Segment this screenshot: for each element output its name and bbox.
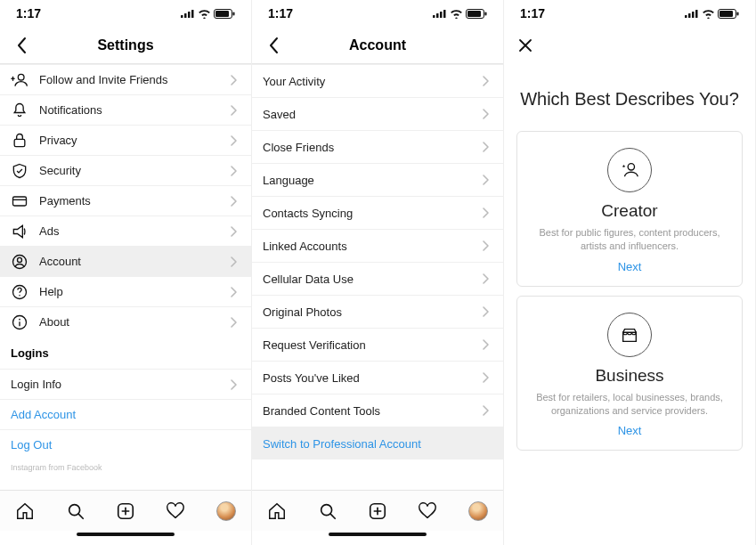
svg-point-44 [628, 164, 634, 170]
svg-rect-5 [215, 11, 229, 17]
row-label: Saved [263, 108, 296, 121]
row-privacy[interactable]: Privacy [0, 125, 251, 155]
account-icon [11, 253, 28, 271]
svg-rect-11 [13, 197, 27, 206]
row-help[interactable]: Help [0, 276, 251, 306]
footer-note: Instagram from Facebook [0, 460, 251, 477]
row-follow-invite[interactable]: Follow and Invite Friends [0, 64, 251, 94]
row-posts-youve-liked[interactable]: Posts You've Liked [252, 361, 503, 394]
wifi-icon [450, 9, 463, 19]
screen-settings: 1:17 Settings Follow and Invite FriendsN… [0, 0, 252, 545]
help-icon [11, 283, 28, 301]
row-label: Payments [39, 194, 91, 207]
row-label: Your Activity [263, 75, 325, 88]
row-your-activity[interactable]: Your Activity [252, 64, 503, 97]
row-login-info[interactable]: Login Info [0, 369, 251, 399]
svg-rect-28 [443, 10, 446, 18]
row-notifications[interactable]: Notifications [0, 94, 251, 125]
svg-line-33 [330, 514, 335, 518]
tab-search[interactable] [63, 499, 88, 524]
row-label: Posts You've Liked [263, 371, 360, 385]
tab-home[interactable] [12, 499, 37, 524]
status-bar: 1:17 [252, 0, 503, 27]
tab-activity[interactable] [163, 499, 188, 524]
close-button[interactable] [513, 33, 538, 58]
row-cellular-data-use[interactable]: Cellular Data Use [252, 262, 503, 295]
signal-icon [433, 9, 447, 18]
row-label: Follow and Invite Friends [39, 73, 168, 86]
row-branded-content[interactable]: Branded Content Tools [252, 394, 503, 427]
row-label: Privacy [39, 134, 77, 147]
row-request-verification[interactable]: Request Verification [252, 328, 503, 361]
svg-rect-43 [737, 12, 739, 15]
tab-new[interactable] [113, 499, 138, 524]
card-title: Business [530, 366, 729, 386]
row-close-friends[interactable]: Close Friends [252, 130, 503, 163]
svg-point-18 [19, 318, 20, 320]
svg-rect-3 [191, 10, 194, 18]
tab-new[interactable] [365, 499, 390, 524]
chevron-right-icon [478, 403, 492, 418]
card-next-link[interactable]: Next [530, 424, 729, 437]
svg-point-14 [18, 257, 22, 262]
row-label: Close Friends [263, 141, 334, 154]
close-icon [518, 38, 532, 53]
row-label: Add Account [11, 408, 76, 421]
svg-rect-6 [233, 12, 235, 15]
home-icon [15, 501, 35, 521]
row-label: Request Verification [263, 338, 366, 352]
chevron-right-icon [478, 272, 492, 286]
row-label: Branded Content Tools [263, 404, 380, 418]
row-payments[interactable]: Payments [0, 185, 251, 216]
tab-profile[interactable] [466, 499, 491, 524]
back-button[interactable] [9, 33, 34, 58]
signal-icon [181, 9, 195, 18]
tab-bar [252, 490, 503, 531]
row-switch-professional[interactable]: Switch to Professional Account [252, 427, 503, 460]
svg-rect-25 [433, 15, 435, 18]
screen-account: 1:17 Account Your ActivitySavedClose Fri… [252, 0, 504, 545]
svg-rect-26 [436, 13, 439, 18]
row-label: Switch to Professional Account [263, 437, 421, 451]
account-body: Your ActivitySavedClose FriendsLanguageC… [252, 64, 503, 490]
heart-icon [418, 501, 437, 521]
card-desc: Best for public figures, content produce… [530, 226, 729, 253]
chevron-right-icon [478, 74, 492, 88]
row-ads[interactable]: Ads [0, 216, 251, 246]
chevron-right-icon [226, 255, 240, 269]
chevron-right-icon [478, 305, 492, 319]
row-language[interactable]: Language [252, 163, 503, 196]
row-label: Contacts Syncing [263, 207, 353, 220]
tab-home[interactable] [264, 499, 289, 524]
nav-header: Settings [0, 27, 251, 64]
status-time: 1:17 [520, 6, 545, 20]
battery-icon [214, 9, 235, 19]
tab-bar [0, 490, 251, 531]
tab-activity[interactable] [415, 499, 440, 524]
row-label: Ads [39, 224, 59, 238]
nav-header [504, 27, 755, 64]
svg-rect-0 [181, 15, 183, 18]
chevron-right-icon [226, 164, 240, 178]
svg-rect-10 [14, 139, 25, 146]
card-business[interactable]: BusinessBest for retailers, local busine… [516, 296, 743, 451]
avatar-icon [468, 501, 488, 521]
tab-search[interactable] [315, 499, 340, 524]
status-icons [181, 9, 235, 19]
chevron-right-icon [226, 103, 240, 118]
tab-profile[interactable] [214, 499, 239, 524]
row-contacts-syncing[interactable]: Contacts Syncing [252, 196, 503, 229]
row-account[interactable]: Account [0, 246, 251, 276]
row-about[interactable]: About [0, 306, 251, 337]
row-label: Cellular Data Use [263, 272, 354, 286]
row-add-account[interactable]: Add Account [0, 399, 251, 429]
card-next-link[interactable]: Next [530, 260, 729, 273]
row-log-out[interactable]: Log Out [0, 429, 251, 460]
row-linked-accounts[interactable]: Linked Accounts [252, 229, 503, 262]
card-creator[interactable]: CreatorBest for public figures, content … [516, 131, 743, 287]
home-indicator [0, 531, 251, 545]
row-saved[interactable]: Saved [252, 97, 503, 130]
row-security[interactable]: Security [0, 155, 251, 185]
back-button[interactable] [261, 33, 286, 58]
row-original-photos[interactable]: Original Photos [252, 295, 503, 328]
